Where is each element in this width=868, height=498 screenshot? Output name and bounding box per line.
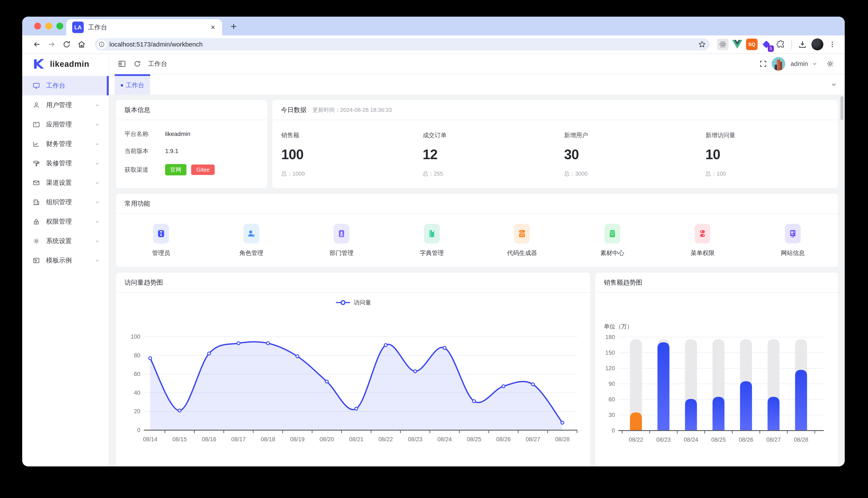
sidebar-item-settings[interactable]: 系统设置 (22, 231, 109, 251)
browser-menu-icon[interactable] (826, 38, 838, 50)
forward-icon[interactable] (46, 38, 58, 50)
app-logo[interactable]: likeadmin (22, 54, 109, 74)
new-tab-button[interactable] (228, 21, 240, 32)
active-tab-dot (121, 84, 123, 87)
chart-icon (33, 140, 40, 148)
user-menu-chevron-icon[interactable] (812, 61, 818, 67)
app-card-icon (33, 121, 40, 129)
page-tabs-bar: 工作台 (109, 74, 845, 94)
legend-marker-icon (335, 299, 351, 306)
gitee-button[interactable]: Gitee (191, 165, 215, 175)
chevron-down-icon (94, 219, 100, 225)
likeadmin-logo-icon (33, 58, 45, 70)
stat-new-visits: 新增访问量 10 总：100 (697, 131, 838, 188)
svg-text:08/25: 08/25 (711, 436, 726, 443)
svg-text:0: 0 (612, 428, 615, 434)
browser-profile-avatar[interactable] (812, 38, 824, 50)
card-title: 今日数据 (281, 106, 306, 114)
current-version-label: 当前版本 (125, 147, 165, 155)
sidebar-item-decoration[interactable]: 装修管理 (22, 154, 109, 173)
tab-favicon: LA (72, 22, 84, 33)
visits-line-chart: 02040608010008/1408/1508/1608/1708/1808/… (123, 328, 584, 453)
settings-gear-icon[interactable] (824, 57, 837, 70)
stat-new-users: 新增用户 30 总：3000 (555, 131, 697, 188)
stat-total: 总：1000 (281, 170, 414, 178)
sidebar-item-organization[interactable]: 组织管理 (22, 193, 109, 212)
quick-item-departments[interactable]: 部门管理 (296, 224, 387, 257)
sidebar-item-permissions[interactable]: 权限管理 (22, 212, 109, 231)
quick-item-admin[interactable]: 管理员 (116, 224, 206, 257)
sidebar-item-users[interactable]: 用户管理 (22, 95, 109, 115)
svg-text:08/24: 08/24 (684, 436, 698, 443)
site-info-icon[interactable] (97, 40, 106, 49)
quick-item-materials[interactable]: 素材中心 (567, 224, 658, 257)
reload-icon[interactable] (61, 38, 73, 50)
stat-value: 12 (423, 147, 555, 162)
quick-item-label: 角色管理 (240, 249, 263, 257)
chevron-down-icon (94, 160, 100, 167)
sidebar-item-workbench[interactable]: 工作台 (22, 76, 109, 95)
back-icon[interactable] (31, 38, 43, 50)
card-title: 销售额趋势图 (604, 278, 642, 287)
sq-extension-icon[interactable]: SQ (746, 39, 757, 50)
sidebar-item-label: 模板示例 (46, 256, 88, 265)
sidebar-item-templates[interactable]: 模板示例 (22, 251, 109, 270)
channel-label: 获取渠道 (125, 166, 165, 174)
svg-text:08/20: 08/20 (320, 436, 334, 443)
home-icon[interactable] (76, 38, 88, 50)
sidebar-item-applications[interactable]: 应用管理 (22, 115, 109, 134)
svg-text:08/26: 08/26 (739, 436, 753, 443)
desktop: LA 工作台 (0, 0, 868, 498)
quick-item-label: 网站信息 (781, 249, 805, 257)
minimize-window-button[interactable] (45, 23, 52, 29)
purple-extension-icon[interactable]: 5 (761, 39, 772, 50)
address-bar[interactable]: localhost:5173/admin/workbench (95, 38, 710, 51)
svg-text:08/24: 08/24 (437, 436, 452, 443)
svg-text:08/28: 08/28 (555, 436, 570, 443)
chevron-down-icon (94, 102, 100, 108)
workbench-content: 版本信息 平台名称 likeadmin 当前版本 1.9.1 (109, 94, 845, 467)
sidebar-item-label: 组织管理 (46, 198, 88, 207)
scrollbar-thumb[interactable] (841, 96, 843, 120)
close-window-button[interactable] (34, 23, 41, 29)
url-text[interactable]: localhost:5173/admin/workbench (109, 41, 695, 48)
stat-total: 总：100 (705, 170, 838, 178)
downloads-icon[interactable] (796, 38, 808, 50)
official-site-button[interactable]: 官网 (165, 164, 187, 175)
sidebar-item-finance[interactable]: 财务管理 (22, 134, 109, 154)
quick-item-roles[interactable]: 角色管理 (206, 224, 297, 257)
extensions-puzzle-icon[interactable] (775, 39, 787, 50)
quick-item-website-info[interactable]: 网站信息 (748, 224, 838, 257)
chevron-down-icon (94, 122, 100, 128)
close-tab-icon[interactable] (210, 24, 216, 30)
admin-icon (153, 224, 169, 244)
fullscreen-icon[interactable] (756, 57, 770, 70)
gear-icon (33, 237, 40, 245)
template-icon (33, 257, 40, 264)
svg-text:180: 180 (605, 334, 615, 340)
refresh-page-icon[interactable] (130, 57, 144, 70)
page-tab-workbench[interactable]: 工作台 (115, 74, 150, 94)
line-legend[interactable]: 访问量 (335, 299, 371, 306)
card-title: 常用功能 (125, 199, 150, 208)
quick-item-code-generator[interactable]: 代码生成器 (477, 224, 567, 257)
bookmark-star-icon[interactable] (698, 40, 706, 49)
user-avatar[interactable] (772, 57, 786, 70)
quick-item-dictionary[interactable]: 字典管理 (387, 224, 477, 257)
collapse-sidebar-icon[interactable] (115, 57, 129, 70)
breadcrumb: 工作台 (148, 60, 167, 68)
sidebar-item-channels[interactable]: 渠道设置 (22, 173, 109, 193)
browser-window: LA 工作台 (22, 17, 845, 467)
username[interactable]: admin (790, 60, 808, 67)
quick-item-label: 代码生成器 (507, 249, 537, 257)
quick-item-menu-permissions[interactable]: 菜单权限 (658, 224, 748, 257)
svg-text:08/23: 08/23 (656, 436, 671, 443)
zoom-window-button[interactable] (56, 23, 63, 29)
vue-devtools-extension-icon[interactable] (731, 39, 743, 50)
tabs-dropdown-chevron-icon[interactable] (830, 74, 838, 94)
browser-tab[interactable]: LA 工作台 (66, 19, 222, 36)
react-devtools-extension-icon[interactable] (717, 39, 729, 50)
tab-title: 工作台 (88, 23, 205, 32)
stat-label: 新增访问量 (705, 131, 838, 139)
traffic-lights (34, 23, 63, 29)
